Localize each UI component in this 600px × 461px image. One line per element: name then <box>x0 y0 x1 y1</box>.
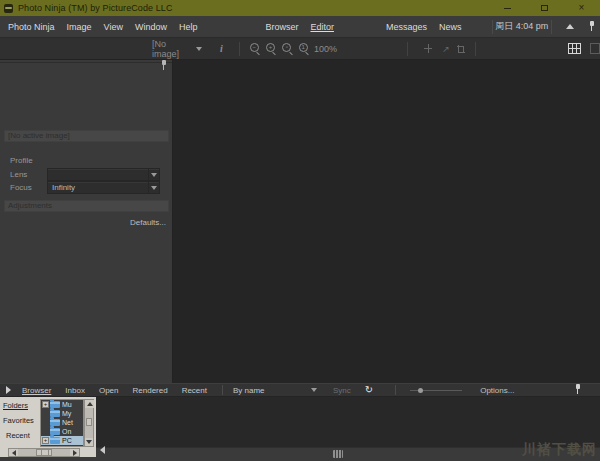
menu-image[interactable]: Image <box>61 22 98 32</box>
toolbar-separator <box>239 42 240 56</box>
image-selector-value: [No image] <box>152 39 192 59</box>
image-selector-dropdown[interactable]: [No image] <box>152 39 202 59</box>
options-link[interactable]: Options... <box>480 386 514 395</box>
expander-icon[interactable]: + <box>42 437 49 444</box>
tree-item-label: My <box>62 410 71 417</box>
scroll-up-button[interactable] <box>85 400 94 408</box>
menu-messages[interactable]: Messages <box>380 22 433 32</box>
focus-dropdown-arrow <box>148 182 159 193</box>
straighten-tool-icon[interactable]: ↗ <box>442 44 450 54</box>
zoom-actual-icon[interactable] <box>299 43 309 54</box>
bar-separator <box>395 385 396 395</box>
zoom-out-icon[interactable] <box>250 43 260 54</box>
zoom-in-icon[interactable] <box>266 43 276 54</box>
panel-pin-icon <box>160 60 168 71</box>
lens-dropdown-arrow <box>148 169 159 180</box>
sort-by-dropdown[interactable]: By name <box>233 386 321 395</box>
focus-dropdown[interactable]: Infinity <box>47 181 160 194</box>
browser-bar-pin-icon <box>574 384 582 395</box>
tab-recent[interactable]: Recent <box>175 386 214 395</box>
browser-tab-bar: Browser Inbox Open Rendered Recent By na… <box>0 383 600 397</box>
title-bar: Photo Ninja (TM) by PictureCode LLC × <box>0 0 600 16</box>
collapse-folder-panel-icon[interactable] <box>100 446 105 454</box>
down-arrow-icon <box>86 440 92 444</box>
tab-open[interactable]: Open <box>92 386 126 395</box>
menu-window[interactable]: Window <box>129 22 173 32</box>
folder-tab-folders[interactable]: Folders <box>3 401 28 410</box>
tab-browser[interactable]: Browser <box>15 386 58 395</box>
focus-label: Focus <box>10 183 32 192</box>
thumbnail-size-slider[interactable] <box>410 387 462 394</box>
zoom-level: 100% <box>314 44 337 54</box>
folder-icon <box>50 428 60 435</box>
focus-value: Infinity <box>48 183 148 192</box>
panel-pin[interactable] <box>160 57 168 75</box>
folder-tab-recent[interactable]: Recent <box>6 431 30 440</box>
lens-dropdown[interactable] <box>47 168 160 181</box>
folder-tab-favorites[interactable]: Favorites <box>3 416 34 425</box>
pan-tool-icon[interactable] <box>424 44 432 53</box>
slider-thumb[interactable] <box>418 388 423 393</box>
folder-icon <box>50 437 60 444</box>
toolbar-separator <box>407 42 408 56</box>
app-icon <box>4 4 13 13</box>
collapse-panel-icon[interactable] <box>6 386 11 394</box>
tree-item-label: Net <box>62 419 73 426</box>
crop-tool-icon[interactable] <box>458 45 466 53</box>
tree-item-label: PC <box>62 437 72 444</box>
menu-photo-ninja[interactable]: Photo Ninja <box>2 22 61 32</box>
mode-editor[interactable]: Editor <box>304 22 340 32</box>
menu-bar: Photo Ninja Image View Window Help Brows… <box>0 16 600 38</box>
refresh-icon[interactable]: ↻ <box>365 385 373 395</box>
no-active-image-header: [No active image] <box>4 130 169 142</box>
panel-divider <box>0 62 172 63</box>
close-button[interactable]: × <box>563 0 600 16</box>
tree-item-pc-selected[interactable]: + PC <box>41 436 83 445</box>
horizontal-scroll-thumb[interactable] <box>36 449 52 456</box>
editor-settings-panel: [No active image] Profile Lens Focus Inf… <box>0 60 173 383</box>
image-canvas <box>173 60 600 383</box>
lens-label: Lens <box>10 170 27 179</box>
tab-rendered[interactable]: Rendered <box>126 386 175 395</box>
window-controls: × <box>489 0 600 16</box>
vertical-scroll-thumb[interactable] <box>86 418 92 426</box>
tree-item-music[interactable]: + Mu <box>41 400 83 409</box>
menu-news[interactable]: News <box>433 22 468 32</box>
minimize-icon <box>504 8 511 9</box>
menu-help[interactable]: Help <box>173 22 204 32</box>
menu-separator <box>551 20 552 34</box>
scrollbar-grip[interactable] <box>333 450 343 458</box>
menu-view[interactable]: View <box>98 22 129 32</box>
browser-bottom-area: Folders Favorites Recent + Mu My Net <box>0 397 600 461</box>
defaults-link[interactable]: Defaults... <box>130 218 166 227</box>
sort-by-value: By name <box>233 386 265 395</box>
minimize-button[interactable] <box>489 0 526 16</box>
scroll-right-button[interactable] <box>70 449 79 456</box>
zoom-fit-icon[interactable] <box>282 43 292 54</box>
photo-ninja-window: Photo Ninja (TM) by PictureCode LLC × Ph… <box>0 0 600 461</box>
mode-browser[interactable]: Browser <box>259 22 304 32</box>
tree-item-label: On <box>62 428 71 435</box>
tree-vertical-scrollbar[interactable] <box>84 399 94 447</box>
menubar-pin-icon[interactable] <box>588 21 594 32</box>
tree-item-onedrive[interactable]: On <box>41 427 83 436</box>
expander-icon[interactable]: + <box>42 401 49 408</box>
tab-inbox[interactable]: Inbox <box>58 386 92 395</box>
folder-icon <box>50 410 60 417</box>
single-image-view-icon[interactable] <box>590 43 600 54</box>
tree-horizontal-scrollbar[interactable] <box>8 448 80 457</box>
scroll-down-button[interactable] <box>85 438 93 446</box>
left-arrow-icon <box>12 450 16 456</box>
close-icon: × <box>579 3 585 13</box>
browser-bar-pin[interactable] <box>574 384 582 397</box>
info-button[interactable]: i <box>220 43 223 54</box>
profile-label: Profile <box>10 156 33 165</box>
thumbnail-grid-view-icon[interactable] <box>568 43 580 54</box>
scroll-left-button[interactable] <box>9 449 18 456</box>
folder-tree: + Mu My Net On <box>40 399 84 447</box>
collapse-up-icon[interactable] <box>566 24 574 29</box>
maximize-button[interactable] <box>526 0 563 16</box>
tree-item-label: Mu <box>62 401 72 408</box>
tree-item-my[interactable]: My <box>41 409 83 418</box>
tree-item-network[interactable]: Net <box>41 418 83 427</box>
